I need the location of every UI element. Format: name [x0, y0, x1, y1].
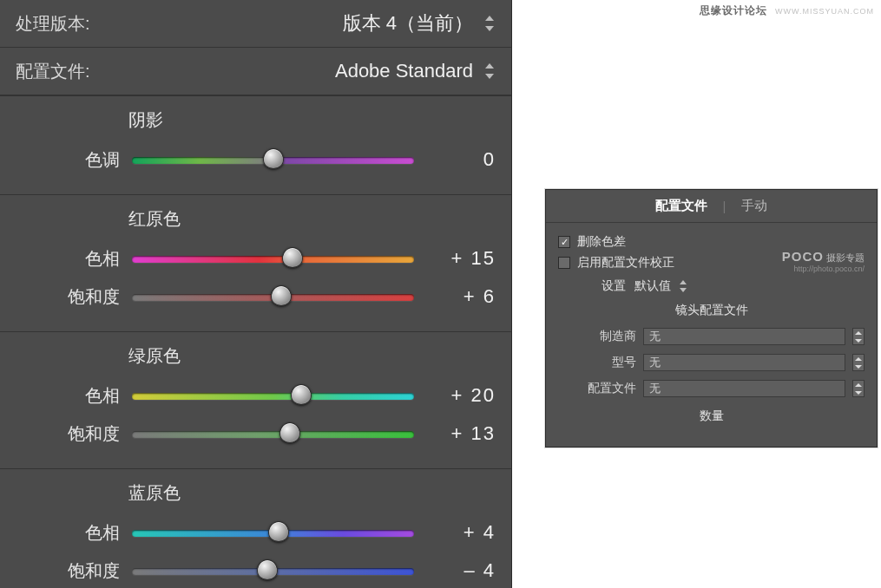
- spinner-icon[interactable]: [852, 328, 865, 345]
- slider-thumb[interactable]: [291, 384, 312, 405]
- profile-field-label: 配置文件: [558, 381, 636, 396]
- slider-row: 色相+ 4: [16, 513, 496, 552]
- slider-value: + 13: [426, 422, 496, 445]
- slider-label: 色相: [16, 247, 120, 271]
- slider-thumb[interactable]: [282, 247, 303, 268]
- profile-label: 配置文件:: [16, 60, 90, 83]
- profile-row: 配置文件 无: [558, 377, 865, 400]
- spinner-icon[interactable]: [852, 380, 865, 397]
- maker-label: 制造商: [558, 329, 636, 344]
- slider-track[interactable]: [132, 384, 414, 407]
- poco-tag: 摄影专题: [826, 252, 865, 263]
- checkbox-checked-icon[interactable]: [558, 236, 570, 248]
- calibration-group: 绿原色色相+ 20饱和度+ 13: [0, 331, 511, 468]
- slider-label: 饱和度: [16, 422, 120, 446]
- group-title: 绿原色: [128, 344, 496, 368]
- profile-value: Adobe Standard: [335, 60, 473, 82]
- slider-track[interactable]: [132, 521, 414, 544]
- model-row: 型号 无: [558, 351, 865, 374]
- slider-value: – 4: [426, 559, 496, 582]
- settings-value: 默认值: [634, 278, 671, 294]
- poco-logo: POCO: [782, 249, 824, 264]
- slider-track[interactable]: [132, 559, 414, 582]
- slider-value: + 6: [426, 285, 496, 308]
- watermark-url: WWW.MISSYUAN.COM: [775, 7, 874, 16]
- watermark-top: 思缘设计论坛 WWW.MISSYUAN.COM: [700, 3, 874, 18]
- poco-url: http://photo.poco.cn/: [782, 265, 865, 273]
- slider-label: 色相: [16, 384, 120, 408]
- model-label: 型号: [558, 355, 636, 370]
- spinner-icon[interactable]: [852, 354, 865, 371]
- slider-row: 饱和度+ 13: [16, 415, 496, 453]
- slider-thumb[interactable]: [279, 422, 300, 443]
- watermark-brand: 思缘设计论坛: [700, 4, 767, 16]
- tab-manual[interactable]: 手动: [741, 198, 767, 214]
- group-title: 红原色: [128, 207, 496, 231]
- slider-value: 0: [426, 148, 496, 171]
- model-select[interactable]: 无: [643, 354, 845, 371]
- slider-row: 色调0: [16, 140, 496, 179]
- slider-row: 饱和度+ 6: [16, 278, 496, 316]
- slider-thumb[interactable]: [263, 148, 284, 169]
- amount-title: 数量: [558, 408, 865, 424]
- settings-row[interactable]: 设置 默认值: [602, 278, 865, 294]
- settings-label: 设置: [602, 278, 626, 294]
- slider-thumb[interactable]: [257, 559, 278, 580]
- slider-value: + 4: [426, 521, 496, 544]
- updown-icon[interactable]: [483, 16, 496, 31]
- tabs: 配置文件 | 手动: [546, 190, 877, 223]
- profile-select[interactable]: 无: [643, 380, 845, 397]
- calibration-group: 红原色色相+ 15饱和度+ 6: [0, 194, 511, 331]
- slider-track[interactable]: [132, 422, 414, 445]
- slider-label: 色调: [16, 148, 120, 172]
- calibration-group: 蓝原色色相+ 4饱和度– 4: [0, 468, 511, 588]
- enable-lens-profile-label: 启用配置文件校正: [577, 255, 674, 271]
- slider-thumb[interactable]: [271, 285, 292, 306]
- maker-select[interactable]: 无: [643, 328, 845, 345]
- slider-label: 色相: [16, 521, 120, 545]
- slider-label: 饱和度: [16, 285, 120, 309]
- tab-profile[interactable]: 配置文件: [655, 198, 707, 214]
- tab-separator: |: [723, 199, 726, 213]
- lens-profile-title: 镜头配置文件: [558, 303, 865, 318]
- slider-value: + 20: [426, 384, 496, 407]
- slider-label: 饱和度: [16, 559, 120, 583]
- lens-corrections-panel: 配置文件 | 手动 删除色差 启用配置文件校正 设置 默认值 镜头配置文件 制造…: [545, 189, 878, 448]
- process-version-row[interactable]: 处理版本: 版本 4（当前）: [0, 0, 511, 48]
- slider-row: 色相+ 15: [16, 239, 496, 278]
- remove-ca-label: 删除色差: [577, 234, 626, 250]
- slider-row: 色相+ 20: [16, 376, 496, 415]
- slider-thumb[interactable]: [268, 521, 289, 542]
- group-title: 蓝原色: [128, 481, 496, 505]
- watermark-poco: POCO摄影专题 http://photo.poco.cn/: [782, 249, 865, 273]
- process-version-label: 处理版本:: [16, 12, 90, 36]
- slider-track[interactable]: [132, 247, 414, 270]
- updown-icon[interactable]: [680, 280, 688, 292]
- calibration-group: 阴影色调0: [0, 95, 511, 194]
- profile-row[interactable]: 配置文件: Adobe Standard: [0, 48, 511, 95]
- maker-row: 制造商 无: [558, 325, 865, 348]
- slider-track[interactable]: [132, 285, 414, 308]
- updown-icon[interactable]: [483, 63, 496, 79]
- checkbox-icon[interactable]: [558, 257, 570, 269]
- slider-track[interactable]: [132, 148, 414, 171]
- slider-row: 饱和度– 4: [16, 552, 496, 588]
- slider-value: + 15: [426, 247, 496, 270]
- group-title: 阴影: [128, 108, 496, 132]
- process-version-value: 版本 4（当前）: [343, 10, 473, 36]
- camera-calibration-panel: 处理版本: 版本 4（当前） 配置文件: Adobe Standard 阴影色调…: [0, 0, 512, 588]
